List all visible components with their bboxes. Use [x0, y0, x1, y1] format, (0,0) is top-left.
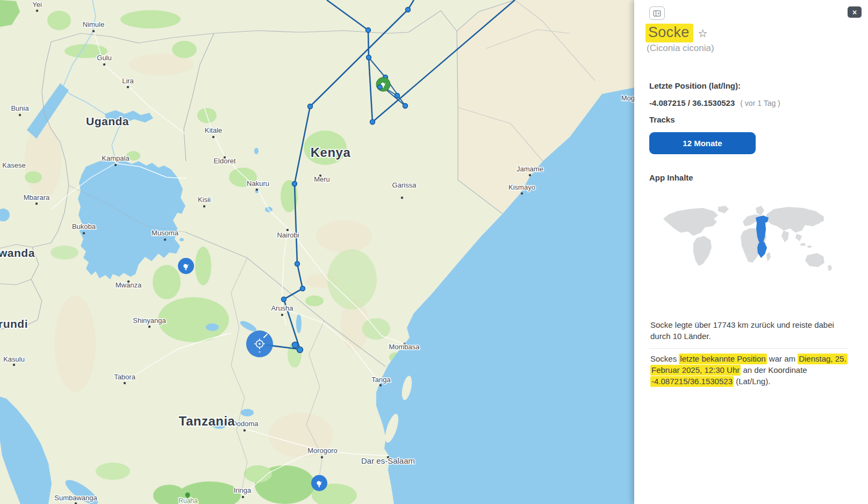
map-label: Musoma — [152, 229, 179, 237]
lake-baringo — [254, 148, 259, 154]
map-label: Mwanza — [116, 281, 142, 289]
map-canvas[interactable]: Yei Nimule Gulu Lira Bunia Kasese Kampal… — [0, 0, 634, 504]
map-label: Arusha — [271, 304, 293, 312]
map-label: Yei — [32, 1, 42, 9]
detail-highlight: -4.087215/36.1530523 — [650, 376, 734, 387]
current-position-marker[interactable] — [246, 330, 273, 357]
map-label: Kitale — [205, 126, 223, 134]
detail-text: (Lat/Lng). — [734, 377, 770, 386]
map-label: Bunia — [11, 104, 29, 112]
map-label: Meru — [314, 175, 330, 183]
favorite-star-icon[interactable]: ☆ — [698, 27, 708, 40]
park-area — [120, 10, 181, 28]
park-area — [327, 249, 377, 309]
map-label: Mombasa — [389, 343, 420, 351]
detail-text: an der Koordinate — [741, 365, 807, 375]
journey-summary: Socke legte über 17743 km zurück und rei… — [650, 319, 849, 342]
park-area — [158, 297, 229, 342]
last-position-coordinates: -4.087215 / 36.1530523 — [649, 98, 735, 107]
map-label: Tabora — [114, 373, 136, 381]
map-label: Nimule — [83, 20, 104, 28]
park-area — [195, 247, 211, 285]
close-icon: × — [852, 9, 857, 16]
tracks-12-months-button[interactable]: 12 Monate — [649, 132, 756, 154]
topo-shading — [316, 220, 372, 253]
bird-marker[interactable] — [178, 258, 194, 274]
country-label-rwanda-cut: wanda — [0, 247, 35, 259]
map-label: Kismayo — [508, 183, 535, 191]
park-area — [51, 246, 78, 260]
map-label: Moga — [621, 94, 634, 102]
map-label: Ruaha — [178, 497, 198, 504]
country-label-tanzania: Tanzania — [179, 414, 235, 428]
map-label: Kisii — [198, 196, 211, 204]
park-area — [25, 171, 42, 183]
lake — [180, 238, 184, 241]
map-label: Morogoro — [307, 447, 338, 455]
map-label: Kasese — [2, 161, 25, 169]
map-label: Tanga — [371, 376, 391, 384]
map-label: Iringa — [234, 486, 252, 494]
app-content-label: App Inhalte — [649, 173, 693, 182]
sidebar-toggle-icon — [653, 10, 661, 17]
park-area — [153, 265, 181, 299]
coordinates-age: ( vor 1 Tag ) — [740, 99, 780, 107]
bird-marker[interactable] — [311, 475, 327, 491]
park-area — [47, 11, 71, 30]
last-position-label: Letzte Position (lat/lng): — [649, 81, 741, 90]
topo-shading — [55, 296, 96, 392]
world-map-thumbnail[interactable] — [661, 203, 844, 286]
last-position-detail: Sockes letzte bekannte Position war am D… — [650, 353, 849, 387]
map-label: Nairobi — [277, 231, 299, 239]
map-label: Sumbawanga — [54, 494, 97, 502]
animal-name-title: Socke — [645, 24, 693, 42]
map-label: Shinyanga — [133, 316, 166, 325]
map-label: Garissa — [392, 181, 417, 189]
country-label-uganda: Uganda — [86, 115, 129, 127]
park-area — [172, 41, 197, 58]
park-area — [96, 463, 130, 480]
topo-shading — [25, 124, 61, 199]
map-label: Eldoret — [213, 157, 236, 165]
map-label: Nakuru — [247, 179, 269, 188]
map-label: Lira — [122, 77, 134, 85]
tracks-label: Tracks — [649, 115, 675, 124]
lake — [206, 323, 219, 331]
nest-marker[interactable] — [376, 77, 390, 91]
map-label: Mbarara — [24, 193, 50, 201]
collapse-panel-button[interactable] — [649, 6, 665, 20]
park-area — [305, 296, 324, 306]
park-area — [362, 318, 390, 340]
country-label-burundi-cut: rundi — [0, 318, 28, 330]
detail-panel: × Socke ☆ (Ciconia ciconia) Letzte Posit… — [634, 0, 868, 504]
country-label-kenya: Kenya — [311, 145, 351, 160]
animal-tracker-app: Yei Nimule Gulu Lira Bunia Kasese Kampal… — [0, 0, 868, 504]
detail-text: Sockes — [650, 354, 679, 363]
map-label: Dar es-Salaam — [361, 456, 415, 465]
lake-natron — [296, 314, 302, 333]
detail-text: war am — [767, 354, 798, 363]
map-label: Dodoma — [232, 420, 259, 428]
map-label: Bukoba — [72, 222, 96, 231]
divider — [649, 348, 848, 349]
map-label: Kasulu — [3, 355, 25, 363]
map-label: Kampala — [102, 154, 130, 162]
close-panel-button[interactable]: × — [848, 6, 862, 18]
map-label: Gulu — [97, 54, 111, 62]
species-name: (Ciconia ciconia) — [647, 43, 714, 54]
map-label: Jamame — [517, 165, 543, 173]
detail-highlight: letzte bekannte Position — [679, 354, 766, 364]
lake — [241, 409, 254, 416]
